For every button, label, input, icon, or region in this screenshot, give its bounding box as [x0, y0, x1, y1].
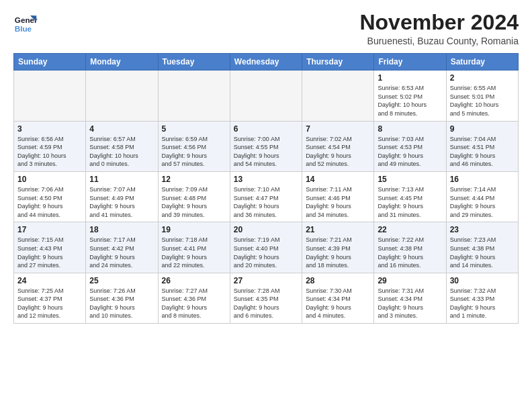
day-number: 30: [450, 276, 515, 285]
day-info: Sunrise: 7:14 AM Sunset: 4:44 PM Dayligh…: [450, 185, 515, 219]
day-info: Sunrise: 7:00 AM Sunset: 4:55 PM Dayligh…: [234, 135, 298, 169]
calendar-cell: 28Sunrise: 7:30 AM Sunset: 4:34 PM Dayli…: [302, 273, 374, 323]
day-number: 11: [89, 175, 154, 184]
logo-icon: General Blue: [13, 11, 38, 35]
day-number: 1: [378, 73, 442, 83]
day-info: Sunrise: 7:07 AM Sunset: 4:49 PM Dayligh…: [89, 185, 154, 219]
header-sunday: Sunday: [14, 54, 86, 71]
calendar-cell: 18Sunrise: 7:17 AM Sunset: 4:42 PM Dayli…: [86, 222, 158, 273]
day-info: Sunrise: 6:57 AM Sunset: 4:58 PM Dayligh…: [89, 135, 154, 169]
day-number: 15: [378, 175, 442, 184]
calendar-cell: 2Sunrise: 6:55 AM Sunset: 5:01 PM Daylig…: [446, 71, 518, 121]
header-saturday: Saturday: [446, 54, 518, 71]
calendar-cell: 6Sunrise: 7:00 AM Sunset: 4:55 PM Daylig…: [230, 121, 302, 171]
calendar-table: Sunday Monday Tuesday Wednesday Thursday…: [13, 53, 519, 324]
day-info: Sunrise: 7:18 AM Sunset: 4:41 PM Dayligh…: [162, 236, 226, 269]
day-number: 24: [17, 276, 82, 285]
day-info: Sunrise: 6:56 AM Sunset: 4:59 PM Dayligh…: [17, 135, 82, 169]
calendar-cell: 11Sunrise: 7:07 AM Sunset: 4:49 PM Dayli…: [86, 171, 158, 222]
day-number: 20: [234, 225, 298, 234]
calendar-cell: 8Sunrise: 7:03 AM Sunset: 4:53 PM Daylig…: [374, 121, 446, 171]
calendar-cell: 15Sunrise: 7:13 AM Sunset: 4:45 PM Dayli…: [374, 171, 446, 222]
header-friday: Friday: [374, 54, 446, 71]
day-number: 4: [89, 124, 154, 134]
calendar-cell: 13Sunrise: 7:10 AM Sunset: 4:47 PM Dayli…: [230, 171, 302, 222]
day-number: 3: [17, 124, 82, 134]
calendar-cell: 19Sunrise: 7:18 AM Sunset: 4:41 PM Dayli…: [158, 222, 230, 273]
calendar-cell: [158, 71, 230, 121]
calendar-cell: 14Sunrise: 7:11 AM Sunset: 4:46 PM Dayli…: [302, 171, 374, 222]
day-info: Sunrise: 7:11 AM Sunset: 4:46 PM Dayligh…: [306, 185, 370, 219]
day-info: Sunrise: 6:55 AM Sunset: 5:01 PM Dayligh…: [450, 84, 515, 118]
calendar-cell: 7Sunrise: 7:02 AM Sunset: 4:54 PM Daylig…: [302, 121, 374, 171]
day-info: Sunrise: 7:09 AM Sunset: 4:48 PM Dayligh…: [162, 185, 226, 219]
title-block: November 2024 Buruenesti, Buzau County, …: [359, 11, 519, 46]
day-info: Sunrise: 7:13 AM Sunset: 4:45 PM Dayligh…: [378, 185, 442, 219]
day-info: Sunrise: 7:27 AM Sunset: 4:36 PM Dayligh…: [162, 287, 226, 320]
calendar-cell: 4Sunrise: 6:57 AM Sunset: 4:58 PM Daylig…: [86, 121, 158, 171]
day-number: 22: [378, 225, 442, 234]
day-number: 5: [162, 124, 226, 134]
calendar-cell: [14, 71, 86, 121]
day-info: Sunrise: 7:03 AM Sunset: 4:53 PM Dayligh…: [378, 135, 442, 169]
day-info: Sunrise: 7:02 AM Sunset: 4:54 PM Dayligh…: [306, 135, 370, 169]
day-number: 12: [162, 175, 226, 184]
calendar-cell: 10Sunrise: 7:06 AM Sunset: 4:50 PM Dayli…: [14, 171, 86, 222]
day-number: 27: [234, 276, 298, 285]
calendar-cell: 1Sunrise: 6:53 AM Sunset: 5:02 PM Daylig…: [374, 71, 446, 121]
svg-text:Blue: Blue: [15, 24, 32, 33]
calendar-cell: 24Sunrise: 7:25 AM Sunset: 4:37 PM Dayli…: [14, 273, 86, 323]
day-info: Sunrise: 7:22 AM Sunset: 4:38 PM Dayligh…: [378, 236, 442, 269]
day-number: 23: [450, 225, 515, 234]
day-info: Sunrise: 6:53 AM Sunset: 5:02 PM Dayligh…: [378, 84, 442, 118]
main-title: November 2024: [359, 11, 519, 34]
day-number: 21: [306, 225, 370, 234]
calendar-week-1: 1Sunrise: 6:53 AM Sunset: 5:02 PM Daylig…: [14, 71, 519, 121]
day-info: Sunrise: 7:17 AM Sunset: 4:42 PM Dayligh…: [89, 236, 154, 269]
calendar-body: 1Sunrise: 6:53 AM Sunset: 5:02 PM Daylig…: [14, 71, 519, 324]
calendar-cell: 25Sunrise: 7:26 AM Sunset: 4:36 PM Dayli…: [86, 273, 158, 323]
day-number: 28: [306, 276, 370, 285]
header-tuesday: Tuesday: [158, 54, 230, 71]
calendar-cell: 22Sunrise: 7:22 AM Sunset: 4:38 PM Dayli…: [374, 222, 446, 273]
header-thursday: Thursday: [302, 54, 374, 71]
page: General Blue November 2024 Buruenesti, B…: [0, 0, 532, 330]
calendar-cell: 30Sunrise: 7:32 AM Sunset: 4:33 PM Dayli…: [446, 273, 518, 323]
calendar-cell: [86, 71, 158, 121]
day-info: Sunrise: 7:28 AM Sunset: 4:35 PM Dayligh…: [234, 287, 298, 320]
day-number: 7: [306, 124, 370, 134]
day-info: Sunrise: 7:30 AM Sunset: 4:34 PM Dayligh…: [306, 287, 370, 320]
day-info: Sunrise: 7:04 AM Sunset: 4:51 PM Dayligh…: [450, 135, 515, 169]
day-number: 2: [450, 73, 515, 83]
calendar-cell: 21Sunrise: 7:21 AM Sunset: 4:39 PM Dayli…: [302, 222, 374, 273]
logo: General Blue: [13, 11, 38, 35]
day-info: Sunrise: 7:25 AM Sunset: 4:37 PM Dayligh…: [17, 287, 82, 320]
day-number: 25: [89, 276, 154, 285]
calendar-cell: [302, 71, 374, 121]
calendar-cell: 5Sunrise: 6:59 AM Sunset: 4:56 PM Daylig…: [158, 121, 230, 171]
day-number: 17: [17, 225, 82, 234]
day-info: Sunrise: 7:21 AM Sunset: 4:39 PM Dayligh…: [306, 236, 370, 269]
day-number: 8: [378, 124, 442, 134]
day-info: Sunrise: 7:10 AM Sunset: 4:47 PM Dayligh…: [234, 185, 298, 219]
calendar-week-5: 24Sunrise: 7:25 AM Sunset: 4:37 PM Dayli…: [14, 273, 519, 323]
day-number: 19: [162, 225, 226, 234]
calendar-cell: 26Sunrise: 7:27 AM Sunset: 4:36 PM Dayli…: [158, 273, 230, 323]
day-number: 14: [306, 175, 370, 184]
day-info: Sunrise: 7:31 AM Sunset: 4:34 PM Dayligh…: [378, 287, 442, 320]
calendar-cell: [230, 71, 302, 121]
calendar-cell: 9Sunrise: 7:04 AM Sunset: 4:51 PM Daylig…: [446, 121, 518, 171]
day-info: Sunrise: 7:15 AM Sunset: 4:43 PM Dayligh…: [17, 236, 82, 269]
calendar-cell: 12Sunrise: 7:09 AM Sunset: 4:48 PM Dayli…: [158, 171, 230, 222]
day-info: Sunrise: 6:59 AM Sunset: 4:56 PM Dayligh…: [162, 135, 226, 169]
calendar-cell: 27Sunrise: 7:28 AM Sunset: 4:35 PM Dayli…: [230, 273, 302, 323]
day-info: Sunrise: 7:06 AM Sunset: 4:50 PM Dayligh…: [17, 185, 82, 219]
day-info: Sunrise: 7:32 AM Sunset: 4:33 PM Dayligh…: [450, 287, 515, 320]
day-number: 16: [450, 175, 515, 184]
calendar-cell: 23Sunrise: 7:23 AM Sunset: 4:38 PM Dayli…: [446, 222, 518, 273]
day-number: 13: [234, 175, 298, 184]
day-info: Sunrise: 7:26 AM Sunset: 4:36 PM Dayligh…: [89, 287, 154, 320]
subtitle: Buruenesti, Buzau County, Romania: [359, 36, 519, 46]
day-number: 26: [162, 276, 226, 285]
calendar-header: Sunday Monday Tuesday Wednesday Thursday…: [14, 54, 519, 71]
